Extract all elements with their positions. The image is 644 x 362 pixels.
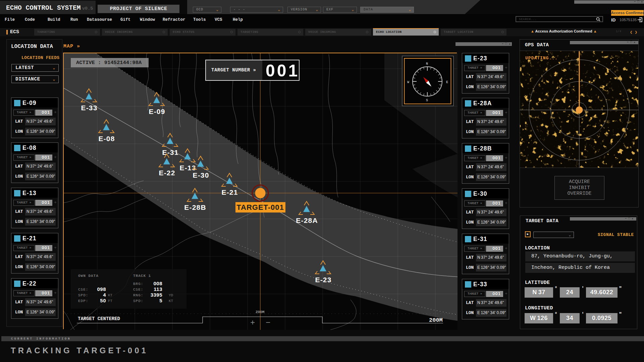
svg-text:−: − (266, 318, 270, 327)
svg-text:E-31: E-31 (162, 148, 178, 156)
svg-text:ZOOM: ZOOM (256, 310, 265, 314)
svg-text:S: S (426, 99, 428, 102)
svg-text:E-22: E-22 (159, 169, 175, 177)
svg-text:200M: 200M (429, 317, 443, 323)
svg-text:E-23: E-23 (315, 276, 331, 284)
svg-text:E-09: E-09 (149, 108, 165, 115)
svg-text:N: N (426, 62, 428, 66)
svg-text:E-28A: E-28A (296, 217, 318, 224)
svg-text:E: E (446, 80, 448, 84)
svg-text:+: + (250, 318, 255, 327)
svg-text:E-28B: E-28B (184, 203, 206, 211)
svg-text:E-08: E-08 (98, 135, 115, 142)
svg-text:E-21: E-21 (221, 188, 238, 196)
svg-text:E-30: E-30 (193, 171, 209, 179)
svg-text:TARGET CENTERED: TARGET CENTERED (78, 316, 120, 321)
svg-text:E-33: E-33 (81, 104, 97, 112)
svg-text:W: W (407, 80, 409, 84)
svg-text:TARGET-001: TARGET-001 (236, 203, 284, 212)
